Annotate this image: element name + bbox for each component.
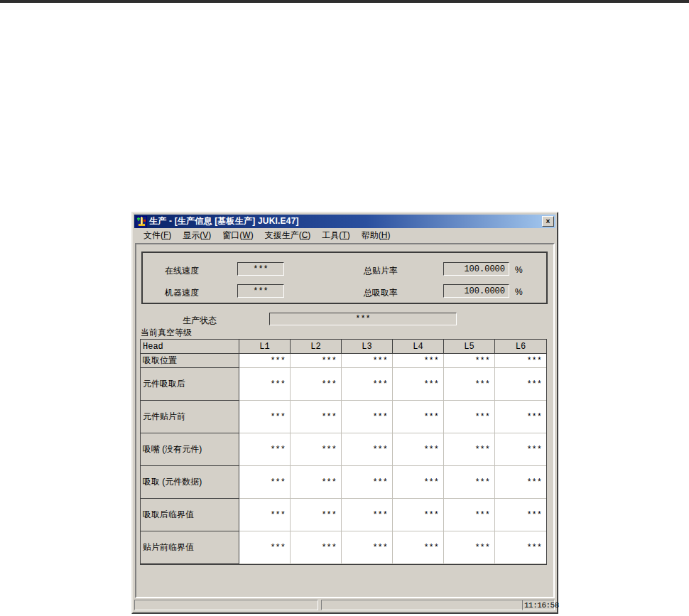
- vacuum-value-cell: ***: [342, 499, 393, 531]
- menu-item-3[interactable]: 窗口(W): [217, 229, 259, 242]
- vacuum-value-cell: ***: [495, 401, 546, 433]
- menu-item-5[interactable]: 工具(T): [316, 229, 355, 242]
- menu-item-4[interactable]: 支援生产(C): [259, 229, 317, 242]
- menubar: 文件(F)显示(V)窗口(W)支援生产(C)工具(T)帮助(H): [134, 229, 555, 242]
- vacuum-value-cell: ***: [291, 368, 342, 401]
- vacuum-value-cell: ***: [444, 368, 495, 401]
- vacuum-value-cell: ***: [495, 433, 546, 466]
- vacuum-value-cell: ***: [342, 354, 393, 368]
- vacuum-value-cell: ***: [444, 401, 495, 433]
- row-label: 吸取后临界值: [141, 499, 239, 531]
- total-pick-rate-label: 总吸取率: [364, 287, 398, 299]
- table-row: 贴片前临界值******************: [141, 531, 546, 564]
- vacuum-value-cell: ***: [495, 499, 546, 531]
- vacuum-level-caption: 当前真空等级: [141, 327, 192, 339]
- vacuum-value-cell: ***: [239, 531, 291, 564]
- vacuum-value-cell: ***: [495, 368, 546, 401]
- vacuum-value-cell: ***: [444, 354, 495, 368]
- vacuum-value-cell: ***: [342, 433, 393, 466]
- table-header-row: HeadL1L2L3L4L5L6: [141, 340, 546, 354]
- app-icon: [136, 216, 147, 227]
- total-place-rate-label: 总贴片率: [364, 265, 398, 277]
- vacuum-table: HeadL1L2L3L4L5L6吸取位置******************元件…: [140, 339, 547, 565]
- menu-item-6[interactable]: 帮助(H): [356, 229, 396, 242]
- column-header-head: Head: [141, 340, 239, 354]
- window-title: 生产 - [生产信息 [基板生产] JUKI.E47]: [149, 215, 299, 227]
- online-speed-field: ***: [237, 262, 284, 276]
- vacuum-value-cell: ***: [444, 499, 495, 531]
- table-row: 吸取 (元件数据)******************: [141, 466, 546, 499]
- column-header-l6: L6: [495, 340, 546, 354]
- vacuum-value-cell: ***: [444, 433, 495, 466]
- vacuum-value-cell: ***: [239, 368, 291, 401]
- vacuum-value-cell: ***: [239, 433, 291, 466]
- machine-speed-field: ***: [237, 284, 284, 298]
- vacuum-value-cell: ***: [291, 499, 342, 531]
- vacuum-value-cell: ***: [342, 401, 393, 433]
- statusbar-message-panel: [134, 600, 318, 610]
- row-label: 吸取位置: [141, 354, 239, 368]
- vacuum-value-cell: ***: [444, 466, 495, 499]
- vacuum-value-cell: ***: [444, 531, 495, 564]
- titlebar[interactable]: 生产 - [生产信息 [基板生产] JUKI.E47] ×: [134, 215, 555, 228]
- table-row: 吸嘴 (没有元件)******************: [141, 433, 546, 466]
- vacuum-value-cell: ***: [342, 531, 393, 564]
- menu-item-1[interactable]: 文件(F): [138, 229, 177, 242]
- total-place-rate-field: 100.0000: [443, 262, 509, 276]
- column-header-l4: L4: [393, 340, 444, 354]
- column-header-l5: L5: [444, 340, 495, 354]
- row-label: 元件贴片前: [141, 401, 239, 433]
- table-row: 吸取位置******************: [141, 354, 546, 368]
- vacuum-value-cell: ***: [291, 354, 342, 368]
- statusbar: 11:16:58: [134, 599, 555, 611]
- vacuum-value-cell: ***: [495, 354, 546, 368]
- client-area: 在线速度 *** 总贴片率 100.0000 % 机器速度 *** 总吸取率 1…: [135, 243, 555, 598]
- vacuum-value-cell: ***: [342, 368, 393, 401]
- total-pick-rate-unit: %: [515, 287, 523, 297]
- vacuum-value-cell: ***: [291, 466, 342, 499]
- vacuum-value-cell: ***: [239, 354, 291, 368]
- vacuum-value-cell: ***: [393, 368, 444, 401]
- row-label: 贴片前临界值: [141, 531, 239, 564]
- column-header-l1: L1: [239, 340, 291, 354]
- vacuum-value-cell: ***: [393, 499, 444, 531]
- metrics-groupbox: 在线速度 *** 总贴片率 100.0000 % 机器速度 *** 总吸取率 1…: [141, 252, 548, 304]
- vacuum-value-cell: ***: [393, 354, 444, 368]
- vacuum-value-cell: ***: [239, 499, 291, 531]
- table-row: 吸取后临界值******************: [141, 499, 546, 531]
- table-row: 元件吸取后******************: [141, 368, 546, 401]
- production-status-field: ***: [269, 313, 457, 325]
- machine-speed-label: 机器速度: [165, 287, 199, 299]
- production-window: 生产 - [生产信息 [基板生产] JUKI.E47] × 文件(F)显示(V)…: [131, 212, 558, 614]
- production-status-label: 生产状态: [183, 315, 217, 327]
- menu-item-2[interactable]: 显示(V): [177, 229, 217, 242]
- vacuum-value-cell: ***: [393, 531, 444, 564]
- table-row: 元件贴片前******************: [141, 401, 546, 433]
- vacuum-value-cell: ***: [393, 466, 444, 499]
- total-pick-rate-field: 100.0000: [443, 284, 509, 298]
- vacuum-value-cell: ***: [393, 401, 444, 433]
- vacuum-value-cell: ***: [291, 531, 342, 564]
- statusbar-clock: 11:16:58: [522, 600, 555, 610]
- page-top-rule: [0, 0, 689, 3]
- statusbar-progress-panel: [321, 600, 525, 610]
- vacuum-value-cell: ***: [495, 531, 546, 564]
- vacuum-value-cell: ***: [495, 466, 546, 499]
- vacuum-value-cell: ***: [291, 433, 342, 466]
- vacuum-value-cell: ***: [393, 433, 444, 466]
- row-label: 吸取 (元件数据): [141, 466, 239, 499]
- column-header-l2: L2: [291, 340, 342, 354]
- close-button[interactable]: ×: [542, 216, 554, 227]
- online-speed-label: 在线速度: [165, 265, 199, 277]
- column-header-l3: L3: [342, 340, 393, 354]
- row-label: 元件吸取后: [141, 368, 239, 401]
- vacuum-value-cell: ***: [342, 466, 393, 499]
- row-label: 吸嘴 (没有元件): [141, 433, 239, 466]
- total-place-rate-unit: %: [515, 265, 523, 275]
- vacuum-value-cell: ***: [239, 401, 291, 433]
- vacuum-value-cell: ***: [239, 466, 291, 499]
- vacuum-value-cell: ***: [291, 401, 342, 433]
